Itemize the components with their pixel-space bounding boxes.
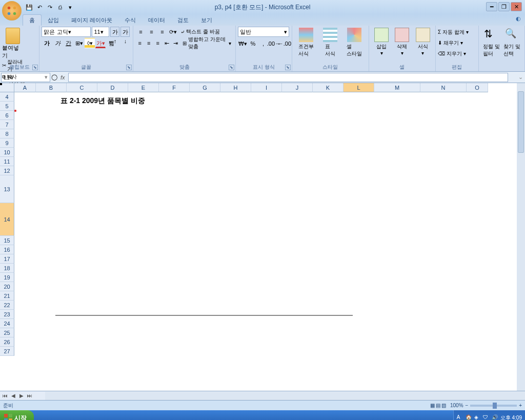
autosum-button[interactable]: Σ자동 합계▾ (438, 27, 476, 37)
align-center-button[interactable]: ≡ (145, 38, 153, 48)
col-header-B[interactable]: B (36, 83, 67, 92)
fill-button[interactable]: ⬇채우기▾ (438, 37, 476, 48)
help-icon[interactable]: ◐ (516, 15, 521, 22)
row-header-17[interactable]: 17 (0, 254, 14, 264)
fx-button[interactable]: ◯ (51, 74, 57, 81)
col-header-C[interactable]: C (67, 83, 97, 92)
col-header-M[interactable]: M (374, 83, 420, 92)
embedded-chart[interactable]: 표 2-1 2009년 품목별 비중 (14, 92, 383, 390)
row-header-15[interactable]: 15 (0, 236, 14, 245)
tray-network-icon[interactable]: A (457, 414, 464, 420)
border-button[interactable]: ⊞▾ (74, 38, 84, 48)
clear-button[interactable]: ⌫지우기▾ (438, 48, 476, 59)
font-grow-button[interactable]: 가↑ (110, 27, 119, 37)
italic-button[interactable]: 가 (52, 38, 63, 48)
align-right-button[interactable]: ≡ (154, 38, 163, 48)
ruby-button[interactable]: 뾃 (106, 38, 116, 48)
view-pagebreak-icon[interactable]: ▧ (441, 403, 446, 408)
formula-input[interactable] (68, 73, 508, 82)
tray-vol-icon[interactable]: 🔊 (492, 414, 499, 420)
find-select-button[interactable]: 🔍찾기 및 선택 (502, 27, 523, 70)
sort-filter-button[interactable]: ⇅정렬 및 필터 (481, 27, 502, 70)
col-header-N[interactable]: N (420, 83, 467, 92)
office-button[interactable] (2, 1, 22, 21)
row-header-22[interactable]: 22 (0, 301, 14, 310)
qat-more-icon[interactable]: ▾ (66, 3, 75, 12)
row-header-14[interactable]: 14 (0, 203, 14, 236)
select-all-button[interactable] (0, 83, 14, 92)
zoom-slider[interactable] (470, 405, 517, 407)
percent-button[interactable]: % (248, 38, 258, 49)
align-dialog-icon[interactable]: ⬊ (229, 65, 234, 70)
font-color-button[interactable]: 가▾ (95, 38, 106, 48)
maximize-button[interactable]: ❐ (498, 2, 510, 11)
row-header-18[interactable]: 18 (0, 264, 14, 273)
close-button[interactable]: ✕ (511, 2, 522, 11)
tray-shield-icon[interactable]: 🛡 (483, 414, 490, 420)
tray-lang-icon[interactable]: ◈ (474, 414, 481, 420)
underline-button[interactable]: 간 (63, 38, 73, 48)
bold-button[interactable]: 가 (42, 38, 52, 48)
tab-review[interactable]: 검토 (171, 15, 195, 26)
row-header-9[interactable]: 9 (0, 138, 14, 148)
view-normal-icon[interactable]: ▦ (430, 403, 435, 408)
align-top-button[interactable]: ≡ (135, 27, 146, 37)
tab-data[interactable]: 데이터 (142, 15, 171, 26)
zoom-out-button[interactable]: − (466, 403, 469, 408)
col-header-D[interactable]: D (97, 83, 128, 92)
col-header-F[interactable]: F (159, 83, 190, 92)
orientation-button[interactable]: ⟳▾ (168, 27, 178, 37)
tray-clock[interactable]: 오후 4:09 (500, 414, 522, 420)
row-header-27[interactable]: 27 (0, 347, 14, 356)
col-header-E[interactable]: E (128, 83, 159, 92)
wrap-text-button[interactable]: ⤶텍스트 줄 바꿈 (178, 27, 222, 37)
font-size-combo[interactable]: 11 ▾ (92, 27, 109, 37)
formula-expand-icon[interactable]: ⌄ (518, 74, 523, 81)
row-header-19[interactable]: 19 (0, 273, 14, 282)
align-middle-button[interactable]: ≡ (146, 27, 156, 37)
start-button[interactable]: 시작 (0, 410, 34, 420)
indent-dec-button[interactable]: ⇤ (163, 38, 171, 48)
tab-formulas[interactable]: 수식 (118, 15, 142, 26)
currency-button[interactable]: ₩▾ (238, 38, 248, 49)
indent-inc-button[interactable]: ⇥ (172, 38, 180, 48)
horizontal-scrollbar[interactable] (45, 392, 525, 400)
sheet-nav-prev[interactable]: ◀ (9, 392, 17, 399)
sheet-nav-next[interactable]: ▶ (17, 392, 26, 399)
font-shrink-button[interactable]: 가↓ (120, 27, 130, 37)
merge-center-button[interactable]: ⊞병합하고 가운데 맞춤▾ (180, 38, 233, 48)
row-header-8[interactable]: 8 (0, 129, 14, 138)
align-bottom-button[interactable]: ≡ (157, 27, 167, 37)
tab-home[interactable]: 홈 (23, 14, 42, 26)
view-layout-icon[interactable]: ▤ (436, 403, 440, 408)
row-header-6[interactable]: 6 (0, 111, 14, 120)
row-header-13[interactable]: 13 (0, 175, 14, 203)
vertical-scrollbar[interactable] (517, 83, 525, 391)
number-format-combo[interactable]: 일반▾ (238, 27, 289, 37)
col-header-L[interactable]: L (344, 83, 374, 92)
clipboard-dialog-icon[interactable]: ⬊ (32, 65, 38, 70)
font-dialog-icon[interactable]: ⬊ (126, 65, 132, 70)
col-header-G[interactable]: G (190, 83, 220, 92)
row-header-16[interactable]: 16 (0, 245, 14, 254)
minimize-button[interactable]: ━ (486, 2, 497, 11)
tab-layout[interactable]: 페이지 레이아웃 (65, 15, 118, 26)
sheet-nav-last[interactable]: ⏭ (26, 392, 34, 399)
col-header-I[interactable]: I (251, 83, 282, 92)
fx-label[interactable]: fx (57, 74, 68, 81)
col-header-O[interactable]: O (467, 83, 488, 92)
row-header-12[interactable]: 12 (0, 166, 14, 175)
tab-view[interactable]: 보기 (195, 15, 218, 26)
row-header-5[interactable]: 5 (0, 102, 14, 111)
undo-icon[interactable]: ↶ (35, 3, 44, 12)
row-header-21[interactable]: 21 (0, 291, 14, 301)
row-header-25[interactable]: 25 (0, 328, 14, 337)
sheet-nav-first[interactable]: ⏮ (1, 392, 9, 399)
zoom-in-button[interactable]: + (519, 403, 522, 408)
tab-insert[interactable]: 삽입 (42, 15, 65, 26)
row-header-23[interactable]: 23 (0, 310, 14, 319)
dec-decimal-button[interactable]: ←.00 (279, 38, 290, 49)
col-header-K[interactable]: K (313, 83, 344, 92)
row-header-10[interactable]: 10 (0, 148, 14, 157)
align-left-button[interactable]: ≡ (135, 38, 144, 48)
